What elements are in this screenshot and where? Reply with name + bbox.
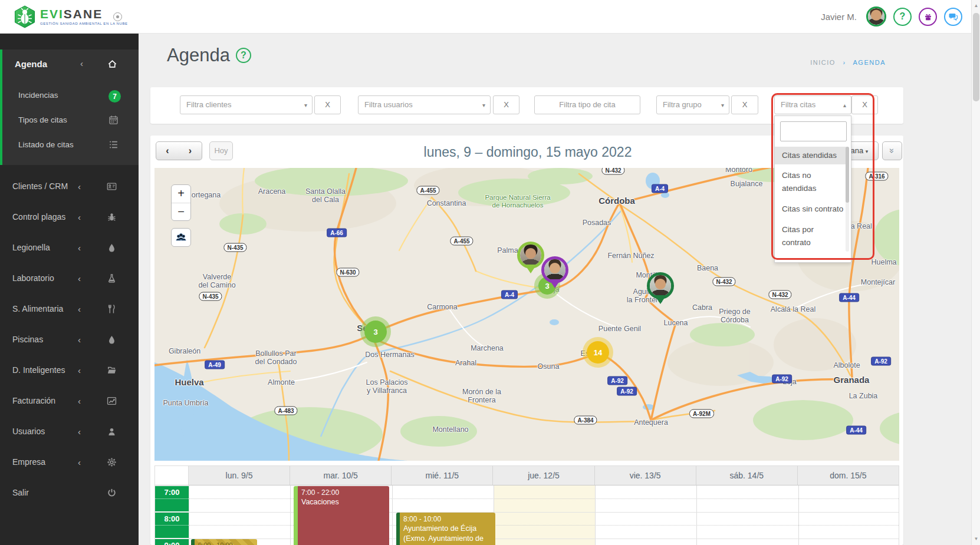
road-badge: A-92 bbox=[617, 387, 637, 396]
chevron-left-icon: ‹ bbox=[78, 304, 81, 314]
sidebar-item-laboratorio[interactable]: Laboratorio‹ bbox=[0, 263, 139, 294]
event-ayuntamiento[interactable]: 8:00 - 10:00 Ayuntamiento de Écija (Exmo… bbox=[396, 513, 495, 545]
scrollbar-thumb[interactable] bbox=[973, 13, 979, 101]
grid-line bbox=[696, 485, 697, 545]
photo-pin-green[interactable] bbox=[517, 242, 544, 269]
road-badge: N-432 bbox=[712, 278, 735, 286]
prev-week-button[interactable]: ‹ bbox=[156, 141, 179, 160]
map-label: Valverdedel Camino bbox=[198, 273, 235, 290]
map-label: Antequera bbox=[634, 418, 668, 427]
photo-pin-purple[interactable] bbox=[541, 256, 568, 283]
sidebar-item-clientes-crm[interactable]: Clientes / CRM‹ bbox=[0, 171, 139, 202]
breadcrumb: INICIO › AGENDA bbox=[810, 59, 886, 66]
caret-down-icon: ▾ bbox=[482, 102, 485, 108]
sidebar-item-salir[interactable]: Salir bbox=[0, 478, 139, 508]
user-icon bbox=[107, 427, 117, 439]
half-hour-line bbox=[155, 525, 189, 526]
filter-clientes-select[interactable]: Filtra clientes ▾ bbox=[180, 95, 313, 114]
road-badge: A-92 bbox=[607, 376, 627, 385]
sidebar-item-facturacion[interactable]: Facturación‹ bbox=[0, 386, 139, 417]
time-label-9: 9:00 bbox=[155, 539, 189, 545]
sidebar-label: Control plagas bbox=[12, 212, 65, 222]
sidebar-item-incidencias[interactable]: Incidencias 7 bbox=[2, 84, 139, 108]
collapse-toolbar-button[interactable]: » bbox=[882, 141, 902, 160]
filter-grupo-clear-button[interactable]: X bbox=[731, 95, 758, 114]
flask-icon bbox=[107, 273, 117, 286]
breadcrumb-inicio[interactable]: INICIO bbox=[810, 59, 836, 66]
sidebar-item-empresa[interactable]: Empresa‹ bbox=[0, 447, 139, 478]
event-time: 7:00 - 22:00 bbox=[301, 488, 387, 497]
dropdown-search-input[interactable] bbox=[780, 121, 847, 141]
chevron-left-icon: ‹ bbox=[78, 212, 81, 222]
home-icon[interactable] bbox=[107, 59, 117, 71]
gift-button[interactable] bbox=[919, 8, 937, 26]
help-button[interactable]: ? bbox=[893, 8, 912, 26]
filter-grupo-select[interactable]: Filtra grupo ▾ bbox=[656, 95, 729, 114]
event-title: Ayuntamiento de Écija bbox=[403, 524, 493, 534]
sidebar-item-d-inteligentes[interactable]: D. Inteligentes‹ bbox=[0, 355, 139, 386]
zoom-in-button[interactable]: + bbox=[172, 185, 190, 203]
dropdown-scrollbar[interactable] bbox=[846, 147, 849, 252]
event-title: Vacaciones bbox=[301, 497, 387, 507]
map-label: Lucena bbox=[663, 319, 688, 327]
sidebar-section-agenda: Agenda ‹ Incidencias 7 Tipos de citas Li… bbox=[0, 49, 139, 165]
user-avatar[interactable] bbox=[866, 6, 886, 27]
filter-citas-clear-button[interactable]: X bbox=[851, 95, 878, 114]
map-label: Bollullos Pardel Condado bbox=[255, 349, 297, 366]
filter-usuarios-select[interactable]: Filtra usuarios ▾ bbox=[358, 95, 491, 114]
scroll-up-icon[interactable]: ▲ bbox=[972, 1, 980, 11]
road-badge: A-316 bbox=[865, 172, 888, 181]
cluster-marker[interactable]: 14 bbox=[587, 341, 609, 364]
filter-usuarios-clear-button[interactable]: X bbox=[493, 95, 519, 114]
cluster-marker[interactable]: 3 bbox=[364, 321, 387, 343]
option-citas-sin-contrato[interactable]: Citas sin contrato bbox=[775, 200, 848, 219]
calendar-body[interactable]: 7:00 8:00 9:00 7:00 - 22:00 Vacaciones 8… bbox=[155, 485, 899, 545]
chart-line-icon bbox=[107, 396, 117, 408]
calendar-gutter-header bbox=[155, 466, 189, 485]
user-name[interactable]: Javier M. bbox=[821, 12, 857, 22]
filter-clientes-placeholder: Filtra clientes bbox=[186, 100, 232, 109]
chat-button[interactable] bbox=[944, 8, 962, 26]
filter-usuarios-placeholder: Filtra usuarios bbox=[364, 100, 413, 109]
brand-evi: EVI bbox=[40, 7, 64, 21]
sidebar-item-s-alimentaria[interactable]: S. Alimentaria‹ bbox=[0, 294, 139, 325]
map-label: Fernán Núñez bbox=[607, 252, 654, 260]
grid-line bbox=[595, 485, 596, 545]
sidebar-item-agenda[interactable]: Agenda ‹ bbox=[2, 49, 139, 79]
folder-open-icon bbox=[107, 365, 117, 378]
filter-clientes-clear-button[interactable]: X bbox=[314, 95, 341, 114]
calendar-header: lun. 9/5 mar. 10/5 mié. 11/5 jue. 12/5 v… bbox=[155, 466, 899, 485]
sidebar-item-control-plagas[interactable]: Control plagas‹ bbox=[0, 202, 139, 233]
map-label: Montellano bbox=[432, 425, 468, 434]
target-icon[interactable] bbox=[113, 12, 122, 21]
people-icon bbox=[175, 232, 187, 243]
photo-pin-darkgreen[interactable] bbox=[647, 272, 674, 299]
sidebar-item-usuarios[interactable]: Usuarios‹ bbox=[0, 417, 139, 447]
map-label: La Zubia bbox=[849, 392, 878, 400]
sidebar-item-tipos-de-citas[interactable]: Tipos de citas bbox=[2, 108, 139, 133]
help-icon: ? bbox=[900, 11, 906, 22]
dropdown-scrollbar-thumb[interactable] bbox=[846, 147, 849, 203]
sidebar-item-piscinas[interactable]: Piscinas‹ bbox=[0, 325, 139, 355]
next-week-button[interactable]: › bbox=[179, 141, 202, 160]
option-citas-atendidas[interactable]: Citas atendidas bbox=[775, 147, 848, 164]
option-citas-por-contrato[interactable]: Citas por contrato bbox=[775, 221, 848, 252]
page-help-icon[interactable]: ? bbox=[236, 48, 251, 63]
evisane-logo-icon[interactable] bbox=[13, 5, 37, 31]
page-scrollbar[interactable]: ▲ ▼ bbox=[971, 0, 980, 545]
zoom-out-button[interactable]: − bbox=[172, 203, 190, 220]
filter-tipo-cita-input[interactable]: Filtra tipo de cita bbox=[534, 95, 640, 114]
road-badge: A-483 bbox=[274, 407, 297, 415]
map-label: Albolote bbox=[833, 361, 860, 369]
map-people-button[interactable] bbox=[171, 228, 191, 247]
event-monday-striped[interactable]: 9:00 - 10:00 bbox=[191, 539, 257, 545]
event-vacaciones[interactable]: 7:00 - 22:00 Vacaciones bbox=[294, 486, 389, 545]
sidebar-item-listado-de-citas[interactable]: Listado de citas bbox=[2, 133, 139, 158]
filter-citas-select[interactable]: Filtra citas ▴ bbox=[774, 95, 851, 114]
today-button[interactable]: Hoy bbox=[209, 141, 233, 160]
sidebar-item-legionella[interactable]: Legionella‹ bbox=[0, 233, 139, 263]
option-citas-no-atendidas[interactable]: Citas no atendidas bbox=[775, 167, 848, 197]
scroll-down-icon[interactable]: ▼ bbox=[972, 534, 980, 544]
chevron-left-icon: ‹ bbox=[78, 396, 81, 406]
map-label: Parque Natural Sierrade Hornachuelos bbox=[485, 194, 550, 209]
